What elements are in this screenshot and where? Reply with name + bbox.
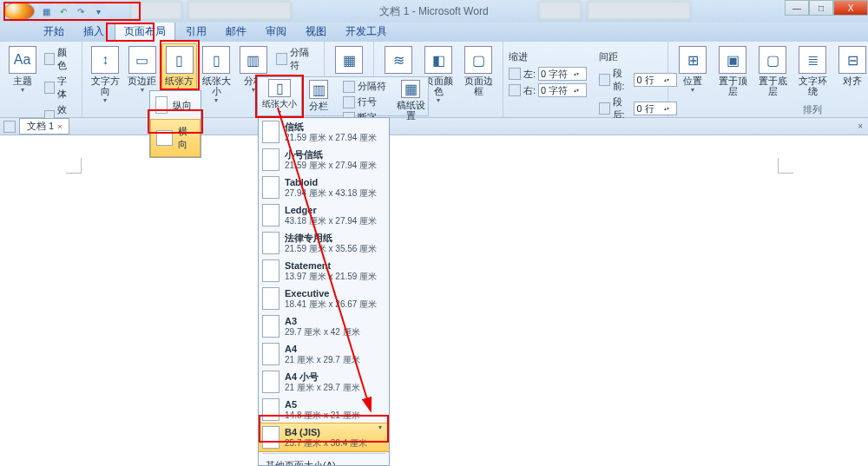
chevron-down-icon: ▾ xyxy=(691,86,694,94)
tab-view[interactable]: 视图 xyxy=(297,22,335,42)
paper-size-item[interactable]: A4 小号 21 厘米 x 29.7 厘米 xyxy=(259,368,389,396)
group-themes: Aa 主题 ▾ 颜色 字体 效果 主题 xyxy=(0,42,82,117)
chevron-down-icon: ▾ xyxy=(278,108,281,116)
tabs-close-icon[interactable]: × xyxy=(858,121,863,131)
theme-colors-button[interactable]: 颜色 xyxy=(41,45,76,73)
page-border-button[interactable]: ▢页面边框 xyxy=(459,43,497,99)
paper-size-name: A4 xyxy=(285,344,360,355)
paper-size-item[interactable]: A4 21 厘米 x 29.7 厘米 xyxy=(259,340,389,368)
position-button[interactable]: ⊞位置▾ xyxy=(674,43,712,96)
indent-right-input[interactable]: 0 字符▴▾ xyxy=(538,83,587,97)
spacing-header: 间距 xyxy=(599,50,677,63)
position-icon: ⊞ xyxy=(679,46,707,74)
paper-size-item[interactable]: 法律专用纸 21.59 厘米 x 35.56 厘米 xyxy=(259,229,389,257)
paper-size-dim: 13.97 厘米 x 21.59 厘米 xyxy=(285,272,377,282)
close-button[interactable]: X xyxy=(833,0,868,16)
paper-size-dim: 18.41 厘米 x 26.67 厘米 xyxy=(285,299,377,310)
text-direction-button[interactable]: ↕文字方向▾ xyxy=(88,43,123,107)
qat-more-icon[interactable]: ▾ xyxy=(90,3,106,19)
size-button[interactable]: ▯纸张大小▾ xyxy=(199,43,234,107)
manuscript-icon: ▦ xyxy=(401,80,420,98)
paper-size-item[interactable]: B4 (JIS) 25.7 厘米 x 36.4 厘米 xyxy=(258,423,390,452)
spinner-arrows-icon[interactable]: ▴▾ xyxy=(574,71,584,76)
chevron-down-icon: ▾ xyxy=(437,96,440,104)
paper-size-item[interactable]: A5 14.8 厘米 x 21 厘米 xyxy=(259,396,389,423)
group-paragraph: 缩进 左:0 字符▴▾ 右:0 字符▴▾ 间距 段前:0 行▴▾ 段后:0 行▴… xyxy=(503,42,668,117)
columns-button-2[interactable]: ▥分栏 xyxy=(301,77,336,115)
font-icon xyxy=(44,82,55,94)
indent-header: 缩进 xyxy=(509,50,587,63)
orientation-menu: 纵向 横向 xyxy=(149,90,201,158)
manuscript-button-2[interactable]: ▦稿纸设置 xyxy=(393,77,428,115)
paper-size-name: 法律专用纸 xyxy=(285,233,377,244)
indent-left-value: 0 字符 xyxy=(541,68,568,81)
paper-icon xyxy=(262,232,279,254)
document-tab[interactable]: 文档 1× xyxy=(19,118,69,135)
scroll-down-icon[interactable]: ▾ xyxy=(378,423,387,432)
orientation-portrait-item[interactable]: 纵向 xyxy=(150,91,201,119)
paper-size-dim: 21 厘米 x 29.7 厘米 xyxy=(285,355,360,365)
space-after-value: 0 行 xyxy=(636,102,654,115)
theme-fonts-label: 字体 xyxy=(57,75,73,101)
breaks-label: 分隔符 xyxy=(290,46,315,72)
text-wrap-button[interactable]: ≣文字环绕 xyxy=(793,43,832,99)
columns-label-2: 分栏 xyxy=(309,101,328,111)
theme-fonts-button[interactable]: 字体 xyxy=(41,74,76,102)
front-icon: ▣ xyxy=(719,46,746,74)
size-label: 纸张大小 xyxy=(201,75,232,96)
align-button[interactable]: ⊟对齐 xyxy=(833,43,868,89)
indent-left-input[interactable]: 0 字符▴▾ xyxy=(538,67,587,81)
orientation-landscape-item[interactable]: 横向 xyxy=(150,119,201,157)
landscape-icon xyxy=(156,130,173,146)
paper-icon xyxy=(262,287,279,310)
qat-undo-icon[interactable]: ↶ xyxy=(56,3,71,19)
paper-size-item[interactable]: Tabloid 27.94 厘米 x 43.18 厘米 xyxy=(259,174,389,201)
lineno-icon xyxy=(343,96,355,108)
tab-developer[interactable]: 开发工具 xyxy=(337,22,396,42)
bring-front-button[interactable]: ▣置于顶层 xyxy=(713,43,752,99)
chevron-down-icon: ▾ xyxy=(252,86,255,94)
qat-save-icon[interactable]: ▦ xyxy=(38,3,54,19)
size-icon: ▯ xyxy=(268,79,291,97)
document-area[interactable] xyxy=(0,135,868,466)
tab-references[interactable]: 引用 xyxy=(177,22,215,42)
minimize-button[interactable]: — xyxy=(785,0,809,16)
paper-size-item[interactable]: 信纸 21.59 厘米 x 27.94 厘米 xyxy=(259,118,389,146)
paper-icon xyxy=(262,343,279,365)
paper-size-name: A5 xyxy=(285,399,360,410)
paper-size-dim: 43.18 厘米 x 27.94 厘米 xyxy=(285,216,377,226)
breaks-button[interactable]: 分隔符 xyxy=(273,45,319,73)
spinner-arrows-icon[interactable]: ▴▾ xyxy=(574,88,584,93)
tab-close-icon[interactable]: × xyxy=(57,122,62,131)
size-button-popup[interactable]: ▯ 纸张大小 ▾ xyxy=(257,76,302,116)
paper-size-item[interactable]: A3 29.7 厘米 x 42 厘米 xyxy=(259,312,389,340)
themes-button[interactable]: Aa 主题 ▾ xyxy=(5,43,39,96)
tab-page-layout[interactable]: 页面布局 xyxy=(115,21,175,42)
paper-size-item[interactable]: Ledger 43.18 厘米 x 27.94 厘米 xyxy=(259,201,389,229)
breaks-label-2: 分隔符 xyxy=(358,80,386,93)
office-button[interactable] xyxy=(3,2,35,21)
themes-icon: Aa xyxy=(9,46,36,74)
maximize-button[interactable]: □ xyxy=(809,0,833,16)
paper-size-item[interactable]: 小号信纸 21.59 厘米 x 27.94 厘米 xyxy=(259,146,389,174)
page-border-icon: ▢ xyxy=(464,46,492,74)
indent-left-label: 左: xyxy=(523,68,536,81)
qat-redo-icon[interactable]: ↷ xyxy=(73,3,89,19)
more-paper-sizes[interactable]: 其他页面大小(A)... xyxy=(259,456,389,466)
breaks-button-2[interactable]: 分隔符 xyxy=(339,79,390,94)
paper-size-item[interactable]: Statement 13.97 厘米 x 21.59 厘米 xyxy=(259,257,389,285)
document-tabs: 文档 1× × xyxy=(0,118,868,135)
tab-insert[interactable]: 插入 xyxy=(75,22,113,42)
tab-home[interactable]: 开始 xyxy=(35,22,73,42)
paper-size-name: B4 (JIS) xyxy=(285,427,367,438)
paper-size-name: 信纸 xyxy=(285,121,377,133)
lineno-button-2[interactable]: 行号 xyxy=(339,95,390,109)
margins-button[interactable]: ▭页边距▾ xyxy=(125,43,161,96)
tab-mailings[interactable]: 邮件 xyxy=(217,22,255,42)
align-icon: ⊟ xyxy=(838,46,866,74)
tab-review[interactable]: 审阅 xyxy=(257,22,295,42)
indent-left-icon xyxy=(509,68,521,80)
paper-size-item[interactable]: Executive 18.41 厘米 x 26.67 厘米 xyxy=(259,285,389,312)
send-back-button[interactable]: ▢置于底层 xyxy=(753,43,792,99)
group-arrange-label: 排列 xyxy=(674,103,868,117)
